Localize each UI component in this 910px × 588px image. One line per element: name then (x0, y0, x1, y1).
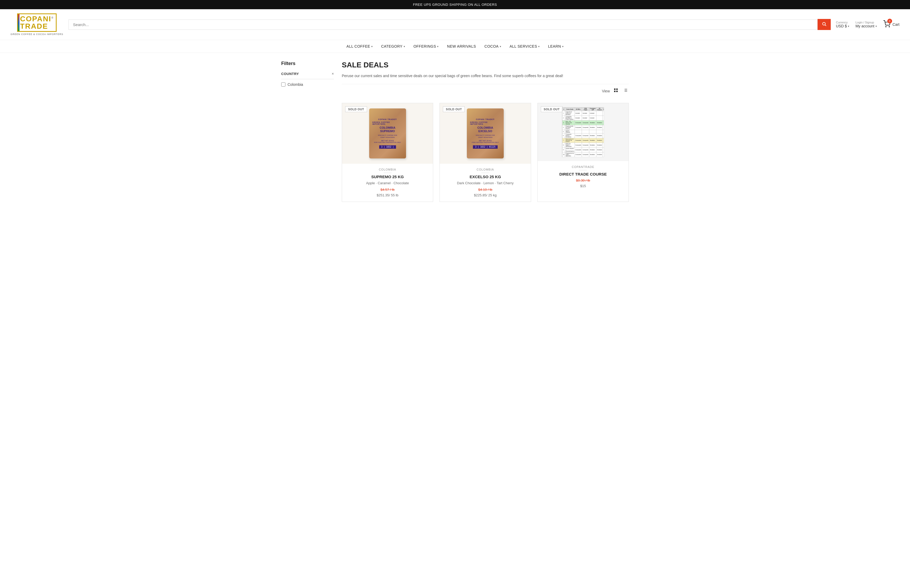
product-brand-excelso: COLOMBIA (444, 168, 526, 171)
svg-rect-7 (616, 91, 618, 92)
product-price-per-supremo: $4.57 / lb (346, 188, 429, 192)
cart-icon-wrap: 0 (883, 20, 891, 29)
sold-out-badge-direct-trade: SOLD OUT (541, 106, 563, 112)
nav-all-services[interactable]: ALL SERVICES ▾ (509, 44, 540, 48)
country-option-colombia: Colombia (281, 82, 334, 87)
products-header: View (342, 84, 629, 98)
currency-selector[interactable]: Currency USD $ ▾ (836, 21, 849, 28)
country-filter-header: COUNTRY × (281, 72, 334, 76)
account-chevron: ▾ (876, 25, 877, 27)
bag-supremo: COPANI TRADE® GREEN COFFEE IMPORTERS COL… (369, 108, 406, 158)
nav-learn-chevron: ▾ (562, 45, 564, 48)
product-info-excelso: COLOMBIA EXCELSO 25 KG Dark Chocolate · … (440, 164, 530, 202)
product-card-direct-trade[interactable]: SOLD OUT #Costo GuideES MILLFOB OriginCo… (537, 103, 629, 202)
logo[interactable]: COPANI® TRADE GREEN COFFEE & COCOA IMPOR… (11, 13, 63, 36)
product-divider-excelso (481, 173, 489, 173)
nav-learn[interactable]: LEARN ▾ (548, 44, 564, 48)
product-info-direct-trade: COPANTRADE DIRECT TRADE COURSE $0.30 / l… (538, 161, 629, 192)
nav-all-coffee[interactable]: ALL COFFEE ▾ (346, 44, 373, 48)
product-divider-supremo (384, 173, 391, 173)
svg-point-0 (823, 23, 826, 25)
product-brand-direct-trade: COPANTRADE (542, 165, 624, 168)
grid-view-button[interactable] (613, 87, 619, 95)
view-label: View (602, 89, 610, 93)
cart-label: Cart (892, 23, 899, 27)
products-area: SALE DEALS Peruse our current sales and … (342, 61, 629, 202)
product-name-excelso: EXCELSO 25 KG (444, 174, 526, 179)
svg-rect-6 (614, 91, 615, 92)
nav-cocoa-chevron: ▾ (500, 45, 501, 48)
nav-cocoa[interactable]: COCOA ▾ (485, 44, 501, 48)
banner-text: FREE UPS GROUND SHIPPING ON ALL ORDERS (413, 3, 497, 6)
search-input[interactable] (68, 19, 817, 30)
country-checkbox-colombia[interactable] (281, 82, 285, 87)
filters-title: Filters (281, 61, 334, 66)
product-brand-supremo: COLOMBIA (346, 168, 429, 171)
nav-category-chevron: ▾ (404, 45, 405, 48)
product-info-supremo: COLOMBIA SUPREMO 25 KG Apple · Caramel ·… (342, 164, 433, 202)
search-area (68, 19, 831, 30)
account-area[interactable]: Login / Signup My account ▾ (855, 21, 877, 28)
product-price-per-direct-trade: $0.30 / lb (542, 178, 624, 183)
nav-new-arrivals[interactable]: NEW ARRIVALS (447, 44, 476, 48)
logo-line1: COPANI (20, 15, 51, 23)
nav-all-services-chevron: ▾ (538, 45, 540, 48)
doc-preview: #Costo GuideES MILLFOB OriginConsigner L… (562, 107, 604, 157)
header: COPANI® TRADE GREEN COFFEE & COCOA IMPOR… (0, 9, 910, 40)
sold-out-badge-excelso: SOLD OUT (443, 106, 465, 112)
country-label-colombia[interactable]: Colombia (288, 82, 303, 87)
product-price-per-excelso: $4.10 / lb (444, 188, 526, 192)
nav-category[interactable]: CATEGORY ▾ (381, 44, 405, 48)
page-title: SALE DEALS (342, 61, 629, 69)
logo-reg: ® (51, 16, 54, 19)
account-login-label: Login / Signup (855, 21, 877, 24)
currency-value[interactable]: USD $ ▾ (836, 24, 849, 28)
top-banner: FREE UPS GROUND SHIPPING ON ALL ORDERS (0, 0, 910, 9)
page-description: Peruse our current sales and time sensit… (342, 73, 629, 79)
main-nav: ALL COFFEE ▾ CATEGORY ▾ OFFERINGS ▾ NEW … (0, 40, 910, 53)
country-filter-clear[interactable]: × (332, 72, 334, 76)
product-flavors-excelso: Dark Chocolate · Lemon · Tart Cherry (444, 181, 526, 185)
logo-tagline: GREEN COFFEE & COCOA IMPORTERS (11, 33, 63, 36)
currency-label: Currency (836, 21, 848, 24)
nav-all-coffee-chevron: ▾ (371, 45, 373, 48)
product-card-excelso[interactable]: SOLD OUT COPANI TRADE® GREEN COFFEE IMPO… (440, 103, 531, 202)
product-name-direct-trade: DIRECT TRADE COURSE (542, 172, 624, 176)
list-view-button[interactable] (622, 87, 629, 95)
product-price-excelso: $225.85/ 25 kg (444, 193, 526, 197)
nav-offerings-chevron: ▾ (437, 45, 439, 48)
product-divider-direct-trade (579, 170, 587, 170)
bag-excelso: COPANI TRADE® GREEN COFFEE IMPORTERS COL… (467, 108, 504, 158)
product-image-supremo: COPANI TRADE® GREEN COFFEE IMPORTERS COL… (342, 103, 433, 164)
search-button[interactable] (818, 19, 831, 30)
sidebar-filters: Filters COUNTRY × Colombia (281, 61, 334, 202)
product-card-supremo[interactable]: SOLD OUT COPANI TRADE® GREEN COFFEE IMPO… (342, 103, 433, 202)
products-grid: SOLD OUT COPANI TRADE® GREEN COFFEE IMPO… (342, 103, 629, 202)
svg-point-3 (889, 26, 889, 27)
product-name-supremo: SUPREMO 25 KG (346, 174, 429, 179)
svg-rect-5 (616, 89, 618, 90)
cart-count: 0 (887, 19, 892, 23)
logo-line2: TRADE (20, 22, 48, 30)
svg-rect-4 (614, 89, 615, 90)
main-content: Filters COUNTRY × Colombia SALE DEALS Pe… (271, 53, 639, 210)
svg-line-1 (825, 25, 826, 26)
cart-button[interactable]: 0 Cart (883, 20, 899, 29)
account-value[interactable]: My account ▾ (855, 24, 877, 28)
currency-chevron: ▾ (848, 25, 849, 27)
country-filter-title: COUNTRY (281, 72, 299, 76)
nav-offerings[interactable]: OFFERINGS ▾ (414, 44, 439, 48)
header-right: Currency USD $ ▾ Login / Signup My accou… (836, 20, 899, 29)
svg-point-2 (886, 26, 886, 27)
product-flavors-supremo: Apple · Caramel · Chocolate (346, 181, 429, 185)
product-price-direct-trade: $15 (542, 183, 624, 188)
sold-out-badge-supremo: SOLD OUT (345, 106, 367, 112)
product-price-supremo: $251.35/ 55 lb (346, 193, 429, 197)
product-image-excelso: COPANI TRADE® GREEN COFFEE IMPORTERS COL… (440, 103, 530, 164)
